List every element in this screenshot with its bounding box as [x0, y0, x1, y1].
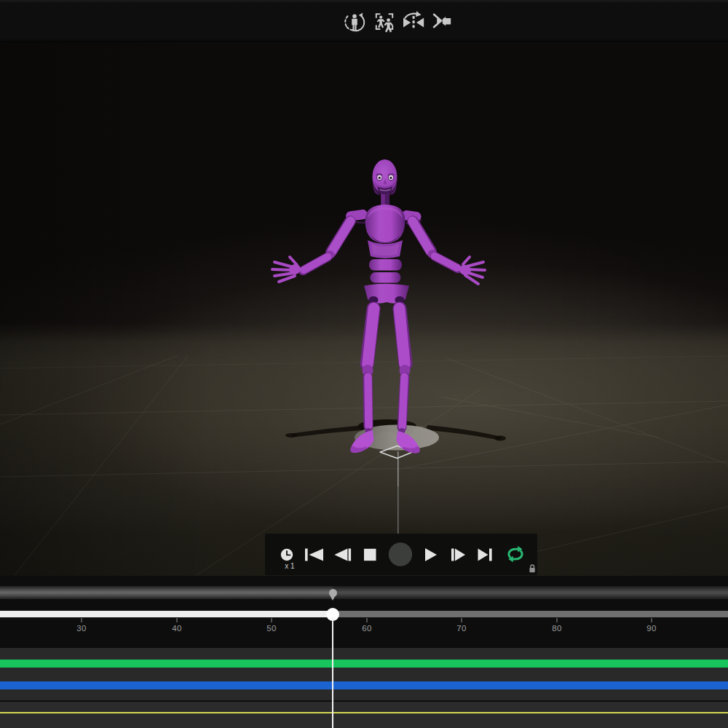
svg-text:x 1: x 1	[285, 562, 295, 570]
